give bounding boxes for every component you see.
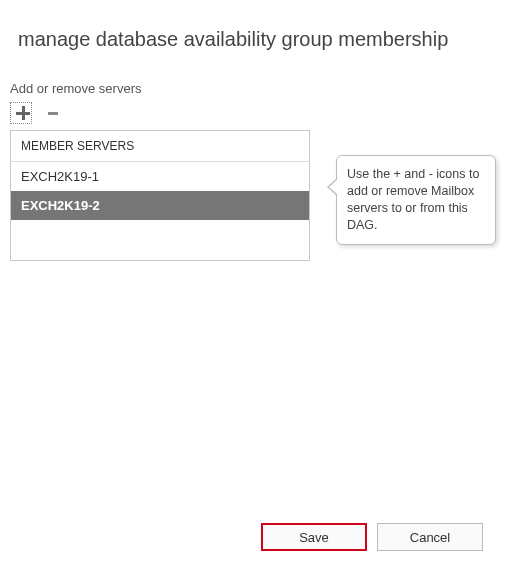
icon-toolbar: [10, 102, 513, 124]
plus-icon: [16, 106, 26, 120]
list-empty-area: [11, 220, 309, 260]
member-servers-list: MEMBER SERVERS EXCH2K19-1 EXCH2K19-2: [10, 130, 310, 261]
minus-icon: [48, 112, 58, 115]
page-title: manage database availability group membe…: [18, 28, 513, 51]
list-header: MEMBER SERVERS: [11, 131, 309, 162]
section-label: Add or remove servers: [10, 81, 513, 96]
add-server-button[interactable]: [10, 102, 32, 124]
list-item[interactable]: EXCH2K19-2: [11, 191, 309, 220]
dialog-footer: Save Cancel: [261, 523, 483, 551]
help-callout: Use the + and - icons to add or remove M…: [336, 155, 496, 245]
list-item[interactable]: EXCH2K19-1: [11, 162, 309, 191]
cancel-button[interactable]: Cancel: [377, 523, 483, 551]
save-button[interactable]: Save: [261, 523, 367, 551]
remove-server-button[interactable]: [42, 102, 64, 124]
